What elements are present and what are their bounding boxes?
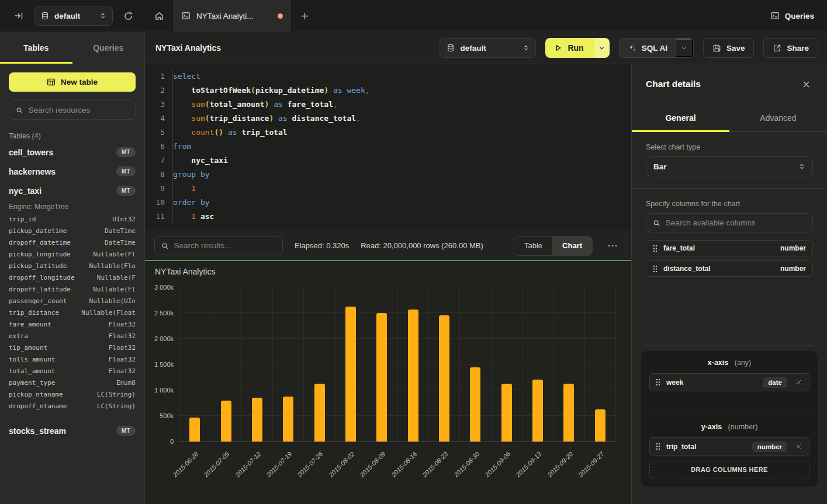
column-row: dropoff_latitudeNullable(Fl [9, 283, 136, 295]
column-row: dropoff_longitudeNullable(F [9, 272, 136, 283]
panel-close-button[interactable] [800, 78, 813, 91]
column-type: Float32 [109, 367, 136, 375]
chart-bar [283, 397, 293, 442]
collapse-sidebar-button[interactable] [11, 8, 27, 24]
line-number: 3 [145, 98, 165, 112]
line-number: 4 [145, 112, 165, 126]
column-row: pickup_datetimeDateTime [9, 225, 136, 237]
y-axis-remove-button[interactable] [794, 442, 803, 451]
y-tick-label: 1 500k [139, 361, 174, 368]
close-icon [795, 443, 802, 450]
drag-handle-icon[interactable] [656, 443, 660, 450]
available-column-chip[interactable]: distance_totalnumber [646, 260, 813, 277]
available-column-name: distance_total [663, 265, 774, 273]
chart-column [366, 287, 397, 442]
line-number: 10 [145, 196, 165, 210]
x-axis-remove-button[interactable] [794, 378, 803, 387]
chart-type-section: Select chart type Bar [632, 132, 827, 188]
x-axis-column-chip[interactable]: week date [649, 373, 809, 391]
table-row[interactable]: nyc_taxiMT [9, 181, 136, 200]
sidebar-tab-queries[interactable]: Queries [72, 32, 145, 64]
new-table-button[interactable]: New table [9, 72, 136, 92]
run-options-button[interactable] [594, 38, 610, 58]
chart-column [272, 287, 303, 442]
column-row: tip_amountFloat32 [9, 342, 136, 353]
sidebar-tab-tables[interactable]: Tables [0, 32, 72, 64]
chart-view-button[interactable]: Chart [552, 237, 592, 255]
editor-line: 10order by [145, 196, 631, 210]
run-button-group: Run [545, 38, 609, 58]
sidebar-tabs: Tables Queries [0, 32, 144, 64]
column-type: Nullable(Flo [89, 262, 136, 270]
sidebar-search-input[interactable] [28, 106, 129, 114]
home-button[interactable] [145, 0, 173, 32]
tab-title: NYTaxi Analyti... [196, 12, 272, 20]
save-floppy-icon [712, 44, 721, 53]
column-type: UInt32 [112, 215, 136, 223]
results-search-input[interactable] [174, 241, 276, 250]
y-axis-constraint: (number) [728, 423, 758, 431]
y-axis-section: y-axis (number) trip_total number [641, 415, 818, 486]
sql-ai-button[interactable]: SQL AI [620, 39, 676, 57]
line-number: 11 [145, 210, 165, 224]
column-name: pickup_datetime [9, 227, 67, 235]
sql-ai-button-group: SQL AI [619, 38, 694, 58]
table-engine-label: Engine: MergeTree [9, 200, 136, 213]
query-title: NYTaxi Analytics [155, 43, 221, 53]
sql-ai-options-button[interactable] [676, 39, 693, 57]
column-name: dropoff_longitude [9, 274, 75, 281]
queries-terminal-icon [770, 11, 780, 20]
play-icon [554, 44, 562, 52]
y-axis-column-chip[interactable]: trip_total number [649, 437, 809, 456]
chart-bar [252, 398, 262, 442]
x-axis-label: x-axis [708, 359, 728, 367]
unsaved-dot-icon [278, 13, 283, 19]
table-view-button[interactable]: Table [514, 237, 552, 255]
chart-bar [470, 367, 480, 442]
table-row[interactable]: hackernewsMT [9, 162, 136, 181]
column-name: pickup_longitude [9, 251, 71, 258]
table-name: stocks_stream [9, 426, 66, 436]
tab-nytaxi-analytics[interactable]: NYTaxi Analyti... [173, 0, 291, 32]
run-button[interactable]: Run [545, 38, 594, 58]
chart-column [428, 287, 459, 442]
drag-handle-icon[interactable] [653, 265, 658, 273]
more-options-button[interactable]: ··· [604, 238, 622, 253]
x-tick-label: 2015-09-20 [546, 450, 574, 478]
database-select[interactable]: default [34, 6, 113, 26]
column-type: Nullable(UIn [89, 297, 136, 305]
line-number: 2 [145, 84, 165, 98]
chart-type-select[interactable]: Bar [646, 157, 813, 176]
available-column-type: number [780, 265, 806, 273]
drag-handle-icon[interactable] [653, 245, 658, 252]
queries-button[interactable]: Queries [770, 11, 814, 20]
line-number: 8 [145, 168, 165, 182]
new-tab-button[interactable] [291, 0, 318, 32]
sql-editor[interactable]: 1select2 toStartOfWeek(pickup_datetime) … [145, 64, 631, 231]
column-name: dropoff_ntaname [9, 402, 67, 410]
refresh-button[interactable] [120, 8, 137, 25]
chart-bar [314, 384, 325, 442]
x-tick-label: 2015-07-05 [202, 450, 230, 478]
home-icon [154, 11, 164, 21]
column-row: trip_idUInt32 [9, 213, 136, 225]
sidebar: Tables Queries New table Tables (4) cell… [0, 32, 145, 504]
code-text: 1 [172, 182, 196, 196]
x-tick-label: 2015-08-30 [452, 450, 480, 478]
columns-search-input[interactable] [666, 218, 806, 227]
drag-columns-drop-zone[interactable]: DRAG COLUMNS HERE [649, 461, 809, 478]
select-updown-icon [798, 163, 805, 170]
column-type: Nullable(F [97, 274, 136, 281]
toolbar-database-select[interactable]: default [440, 38, 536, 58]
save-button[interactable]: Save [703, 38, 755, 58]
chart-bar [189, 418, 200, 442]
table-row[interactable]: cell_towersMT [9, 142, 136, 162]
table-grid-icon [47, 78, 56, 86]
share-button[interactable]: Share [763, 38, 818, 58]
available-column-chip[interactable]: fare_totalnumber [646, 240, 813, 256]
table-row[interactable]: stocks_streamMT [9, 421, 136, 440]
drag-handle-icon[interactable] [656, 378, 660, 386]
chart-type-label: Select chart type [646, 143, 813, 151]
panel-tab-advanced[interactable]: Advanced [729, 104, 827, 131]
panel-tab-general[interactable]: General [632, 104, 729, 131]
